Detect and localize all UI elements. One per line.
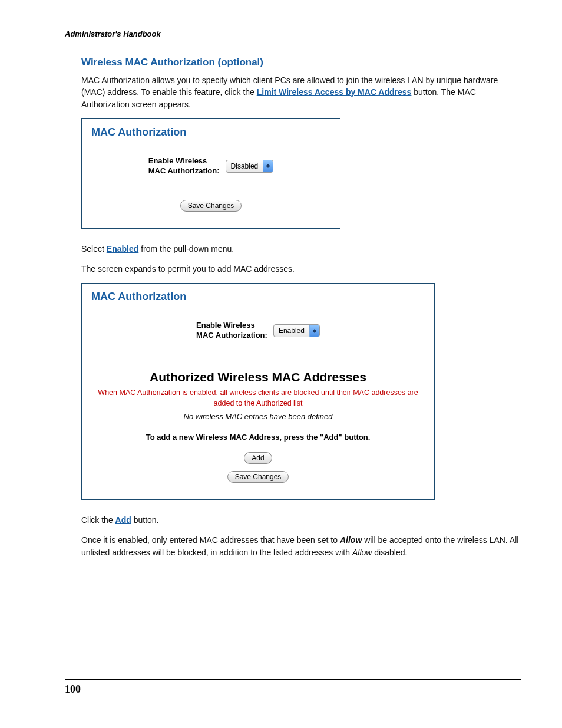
text: Click the xyxy=(81,515,115,525)
add-link[interactable]: Add xyxy=(115,515,131,525)
mac-auth-panel-disabled: MAC Authorization Enable Wireless MAC Au… xyxy=(81,118,340,229)
select-value: Disabled xyxy=(226,162,263,170)
expand-paragraph: The screen expands to permit you to add … xyxy=(65,263,521,275)
save-changes-button[interactable]: Save Changes xyxy=(227,471,289,483)
add-button[interactable]: Add xyxy=(244,452,272,464)
panel-title: MAC Authorization xyxy=(91,126,330,139)
enabled-link[interactable]: Enabled xyxy=(107,244,138,253)
chevron-updown-icon xyxy=(263,160,273,172)
text: Once it is enabled, only entered MAC add… xyxy=(81,535,340,545)
select-value: Enabled xyxy=(274,327,309,335)
text: Select xyxy=(81,244,107,253)
intro-paragraph: MAC Authorization allows you to specify … xyxy=(65,74,521,110)
text: from the pull-down menu. xyxy=(141,244,234,253)
section-title: Wireless MAC Authorization (optional) xyxy=(65,57,521,68)
text: disabled. xyxy=(374,548,407,557)
enable-mac-auth-label: Enable Wireless MAC Authorization: xyxy=(196,321,267,341)
allow-keyword: Allow xyxy=(340,535,362,545)
chevron-updown-icon xyxy=(309,325,319,337)
allow-behavior-paragraph: Once it is enabled, only entered MAC add… xyxy=(65,534,521,558)
authorized-addresses-heading: Authorized Wireless MAC Addresses xyxy=(91,370,425,384)
running-header: Administrator's Handbook xyxy=(65,29,521,38)
allow-keyword: Allow xyxy=(352,548,372,557)
footer-rule xyxy=(65,679,521,680)
text: button. xyxy=(134,515,159,525)
limit-wireless-link[interactable]: Limit Wireless Access by MAC Address xyxy=(257,87,412,97)
page-number: 100 xyxy=(65,683,521,696)
header-rule xyxy=(65,42,521,42)
save-changes-button[interactable]: Save Changes xyxy=(180,200,242,212)
enable-mac-auth-select[interactable]: Disabled xyxy=(226,160,274,173)
add-instruction-text: To add a new Wireless MAC Address, press… xyxy=(91,433,425,442)
empty-state-text: No wireless MAC entries have been define… xyxy=(91,412,425,421)
click-add-paragraph: Click the Add button. xyxy=(65,514,521,526)
warning-text: When MAC Authorization is enabled, all w… xyxy=(97,388,419,409)
panel-title: MAC Authorization xyxy=(91,291,425,303)
select-enabled-paragraph: Select Enabled from the pull-down menu. xyxy=(65,243,521,255)
enable-mac-auth-select[interactable]: Enabled xyxy=(273,324,320,337)
enable-mac-auth-label: Enable Wireless MAC Authorization: xyxy=(148,156,220,176)
mac-auth-panel-enabled: MAC Authorization Enable Wireless MAC Au… xyxy=(81,283,435,500)
